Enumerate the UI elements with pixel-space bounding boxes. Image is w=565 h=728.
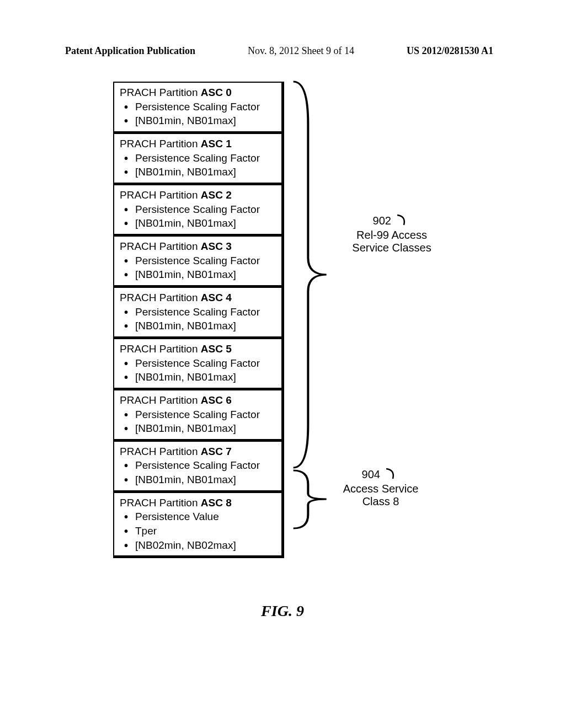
label-902-line1: Rel-99 Access [345,229,439,242]
partition-bullet-item: Persistence Scaling Factor [122,458,276,473]
partition-bullet-item: [NB01min, NB01max] [122,114,276,128]
ref-num-902: 902 [373,215,391,227]
ref-num-904: 904 [362,468,380,481]
partition-bullet-list: Persistence Scaling Factor[NB01min, NB01… [122,408,276,436]
partition-asc-3: PRACH Partition ASC 3Persistence Scaling… [113,235,284,288]
callout-hook-icon [385,468,399,483]
partition-bullet-list: Persistence Scaling Factor[NB01min, NB01… [122,100,276,128]
label-902-group: 902 Rel-99 Access Service Classes [345,214,439,254]
partition-title: PRACH Partition ASC 7 [120,445,276,459]
partition-title: PRACH Partition ASC 6 [120,394,276,408]
partition-bullet-list: Persistence Scaling Factor[NB01min, NB01… [122,202,276,231]
partition-title: PRACH Partition ASC 0 [120,86,276,100]
partition-bullet-list: Persistence ValueTper[NB02min, NB02max] [122,510,276,552]
figure-caption: FIG. 9 [0,602,565,620]
page-header: Patent Application Publication Nov. 8, 2… [65,45,493,57]
label-904-line1: Access Service [331,483,430,495]
partition-bullet-item: Persistence Scaling Factor [122,356,276,371]
label-902-line2: Service Classes [345,242,439,254]
partition-bullet-list: Persistence Scaling Factor[NB01min, NB01… [122,151,276,179]
partition-bullet-list: Persistence Scaling Factor[NB01min, NB01… [122,305,276,333]
partition-bullet-item: Persistence Scaling Factor [122,100,276,114]
partition-bullet-item: [NB01min, NB01max] [122,216,276,231]
partition-bullet-item: [NB01min, NB01max] [122,165,276,179]
partition-asc-2: PRACH Partition ASC 2Persistence Scaling… [113,184,284,237]
partition-asc-4: PRACH Partition ASC 4Persistence Scaling… [113,287,284,339]
partition-title: PRACH Partition ASC 8 [120,496,276,510]
partition-asc-7: PRACH Partition ASC 7Persistence Scaling… [113,441,284,493]
header-left: Patent Application Publication [65,45,195,57]
brace-902 [290,79,334,470]
partition-bullet-item: [NB01min, NB01max] [122,267,276,282]
partition-bullet-list: Persistence Scaling Factor[NB01min, NB01… [122,356,276,384]
partition-asc-6: PRACH Partition ASC 6Persistence Scaling… [113,389,284,442]
partition-bullet-item: Persistence Value [122,510,276,524]
partition-bullet-item: [NB01min, NB01max] [122,319,276,333]
partition-bullet-list: Persistence Scaling Factor[NB01min, NB01… [122,254,276,282]
partition-bullet-item: [NB02min, NB02max] [122,538,276,553]
partition-bullet-item: Persistence Scaling Factor [122,254,276,268]
partition-bullet-item: Persistence Scaling Factor [122,151,276,165]
callout-hook-icon [396,214,411,229]
header-right: US 2012/0281530 A1 [407,45,493,57]
partition-title: PRACH Partition ASC 2 [120,189,276,202]
partition-asc-5: PRACH Partition ASC 5Persistence Scaling… [113,338,284,390]
partition-title: PRACH Partition ASC 1 [120,137,276,151]
partition-title: PRACH Partition ASC 4 [120,291,276,305]
partition-asc-1: PRACH Partition ASC 1Persistence Scaling… [113,133,284,185]
partition-asc-0: PRACH Partition ASC 0Persistence Scaling… [113,82,284,134]
partition-bullet-item: Persistence Scaling Factor [122,202,276,217]
brace-904 [290,468,334,531]
partition-asc-8: PRACH Partition ASC 8Persistence ValueTp… [113,492,284,559]
partition-bullet-item: [NB01min, NB01max] [122,421,276,436]
partition-title: PRACH Partition ASC 3 [120,240,276,254]
partition-bullet-item: Tper [122,524,276,538]
label-904-line2: Class 8 [331,495,430,508]
partition-bullet-item: Persistence Scaling Factor [122,305,276,319]
header-center: Nov. 8, 2012 Sheet 9 of 14 [248,45,354,57]
partition-stack: PRACH Partition ASC 0Persistence Scaling… [113,82,284,558]
partition-title: PRACH Partition ASC 5 [120,342,276,356]
label-904-group: 904 Access Service Class 8 [331,468,430,508]
partition-bullet-item: [NB01min, NB01max] [122,370,276,384]
figure-diagram: PRACH Partition ASC 0Persistence Scaling… [113,82,488,558]
partition-bullet-list: Persistence Scaling Factor[NB01min, NB01… [122,458,276,486]
partition-bullet-item: [NB01min, NB01max] [122,473,276,487]
partition-bullet-item: Persistence Scaling Factor [122,408,276,422]
